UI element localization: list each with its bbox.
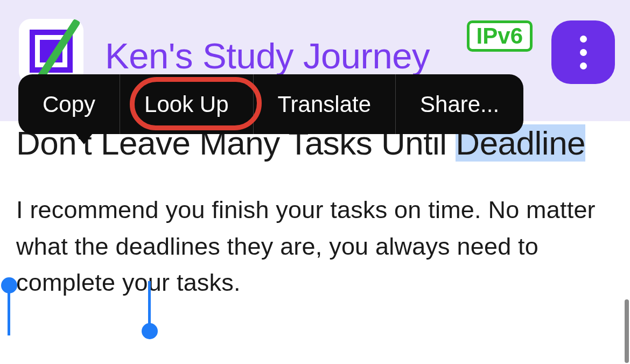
kebab-menu-icon — [580, 36, 587, 69]
context-menu-label: Share... — [420, 92, 499, 117]
context-menu-share[interactable]: Share... — [396, 74, 523, 134]
site-title[interactable]: Ken's Study Journey — [105, 35, 430, 76]
scrollbar[interactable] — [625, 299, 629, 363]
menu-button[interactable] — [551, 20, 615, 84]
article-paragraph: I recommend you finish your tasks on tim… — [16, 192, 614, 301]
context-menu-lookup[interactable]: Look Up — [120, 74, 253, 134]
article-content: Don't Leave Many Tasks Until Deadline I … — [0, 121, 630, 301]
selection-handle-end[interactable] — [148, 281, 158, 339]
context-menu-label: Translate — [278, 92, 372, 117]
context-menu-translate[interactable]: Translate — [254, 74, 396, 134]
context-menu-copy[interactable]: Copy — [18, 74, 120, 134]
ipv6-badge: IPv6 — [467, 20, 533, 52]
context-menu-label: Copy — [43, 92, 95, 117]
site-logo[interactable] — [19, 19, 83, 83]
text-selection-context-menu: Copy Look Up Translate Share... — [18, 74, 523, 134]
context-menu-label: Look Up — [144, 92, 228, 117]
context-menu-pointer-icon — [75, 134, 93, 144]
selection-handle-start[interactable] — [8, 277, 17, 335]
